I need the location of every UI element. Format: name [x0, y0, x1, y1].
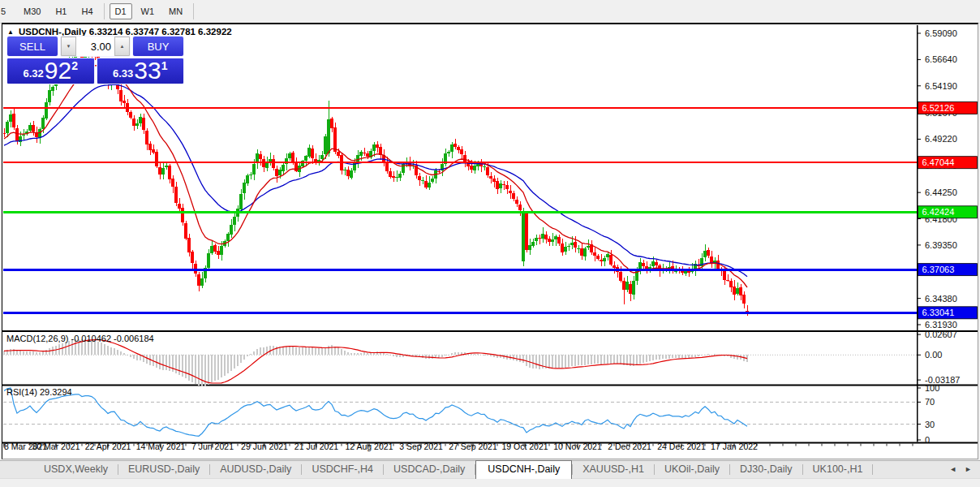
macd-bar — [704, 355, 707, 356]
candle-body — [518, 205, 522, 210]
candle-wick — [397, 170, 398, 182]
candle-body — [398, 174, 402, 177]
date-minor-tick — [653, 444, 654, 446]
level-line-6.33041[interactable] — [3, 312, 917, 314]
chart-tab-usdcad-daily[interactable]: USDCAD-,Daily — [384, 461, 475, 478]
chart-tab-usdchf-h4[interactable]: USDCHF-,H4 — [302, 461, 383, 478]
timeframe-button-h4[interactable]: H4 — [75, 3, 98, 19]
date-minor-tick — [861, 444, 862, 446]
macd-bar — [302, 347, 304, 355]
macd-bar — [208, 355, 210, 384]
chart-tab-usdx-weekly[interactable]: USDX,Weekly — [34, 461, 118, 478]
timeframe-button-mn[interactable]: MN — [163, 3, 188, 19]
panel-separator-1 — [2, 385, 978, 386]
macd-bar — [146, 355, 148, 363]
sell-price-display[interactable]: 6.32 92 2 — [6, 58, 95, 84]
date-minor-tick — [549, 444, 550, 446]
price-badge-label: 6.42424 — [922, 207, 955, 217]
tab-scroll-right-icon[interactable]: ► — [965, 465, 972, 473]
candle-body — [541, 234, 544, 239]
candle-body — [587, 246, 590, 248]
macd-bar — [26, 351, 28, 355]
candle-body — [638, 262, 642, 269]
timeframe-button-d1[interactable]: D1 — [110, 3, 132, 19]
macd-bar — [234, 355, 236, 368]
candle-body — [421, 180, 424, 181]
candle-body — [226, 234, 230, 241]
timeframe-button-h1[interactable]: H1 — [49, 3, 72, 19]
candle-body — [548, 239, 551, 242]
candle-body — [343, 170, 346, 170]
macd-bar — [341, 349, 343, 355]
macd-bar — [445, 355, 447, 356]
candle-body — [207, 253, 210, 268]
candle-body — [243, 183, 246, 193]
macd-bar — [584, 355, 587, 364]
candle-body — [45, 102, 48, 119]
volume-input[interactable]: 3.00 — [76, 37, 114, 56]
candle-body — [155, 152, 158, 166]
macd-tick — [917, 380, 921, 381]
macd-bar — [101, 343, 103, 355]
date-label: 30 Mar 2021 — [32, 442, 80, 451]
macd-bar — [159, 355, 161, 369]
macd-bar — [243, 355, 246, 360]
sell-button[interactable]: SELL — [6, 36, 58, 57]
chart-tab-eurusd-daily[interactable]: EURUSD-,Daily — [118, 461, 209, 478]
macd-bar — [195, 355, 197, 384]
candle-wick — [364, 148, 365, 156]
volume-increase-icon[interactable]: ▲ — [114, 37, 130, 56]
rsi-tick — [917, 440, 921, 441]
macd-bar — [386, 354, 389, 355]
toolbar-separator — [104, 3, 105, 19]
buy-button[interactable]: BUY — [132, 36, 184, 57]
collapse-panel-icon[interactable]: ▲ — [7, 28, 14, 36]
macd-bar — [337, 347, 340, 355]
candle-body — [230, 225, 233, 235]
date-minor-tick — [290, 444, 290, 446]
level-line-6.52126[interactable] — [3, 107, 917, 109]
macd-bar — [539, 355, 541, 368]
candle-body — [346, 170, 350, 177]
candle-body — [132, 119, 135, 126]
price-tick-label: 6.59090 — [925, 28, 957, 38]
status-bar — [0, 478, 980, 487]
volume-decrease-icon[interactable]: ▼ — [61, 37, 76, 56]
candle-body — [622, 281, 625, 290]
macd-bar — [668, 355, 671, 358]
buy-price-display[interactable]: 6.33 33 1 — [97, 58, 185, 84]
macd-bar — [484, 355, 486, 356]
candle-body — [619, 272, 622, 281]
macd-bar — [636, 355, 638, 364]
timeframe-button-m30[interactable]: M30 — [18, 3, 46, 19]
chart-tab-usdcnh-daily[interactable]: USDCNH-,Daily — [475, 460, 572, 479]
macd-bar — [292, 347, 294, 356]
date-label: 19 Oct 2021 — [501, 442, 548, 451]
rsi-tick — [917, 388, 921, 389]
price-tick-label: 6.56640 — [925, 54, 957, 64]
candle-body — [450, 144, 453, 153]
macd-bar — [130, 355, 132, 357]
chart-tab-xauusd-h1[interactable]: XAUUSD-,H1 — [573, 461, 654, 478]
macd-bar — [487, 355, 489, 356]
macd-tick — [917, 334, 921, 335]
candle-body — [606, 254, 609, 257]
tab-separator — [872, 464, 873, 475]
timeframe-button-w1[interactable]: W1 — [135, 3, 161, 19]
candle-body — [152, 149, 155, 152]
level-line-6.42424[interactable] — [3, 211, 917, 213]
tab-scroll-left-icon[interactable]: ◄ — [949, 465, 956, 473]
chart-background — [2, 24, 978, 459]
level-line-6.47044[interactable] — [3, 162, 917, 163]
chart-tab-ukoil-daily[interactable]: UKOil-,Daily — [655, 461, 729, 478]
timeframe-button-5[interactable]: 5 — [0, 3, 15, 19]
chart-tab-audusd-daily[interactable]: AUDUSD-,Daily — [210, 461, 301, 478]
macd-bar — [678, 355, 681, 358]
candle-body — [509, 191, 512, 193]
chart-tab-dj30-daily[interactable]: DJ30-,Daily — [730, 461, 802, 478]
candle-body — [200, 278, 204, 286]
chart-canvas[interactable]: 6.590906.566406.541906.516706.492206.467… — [2, 24, 978, 459]
candle-body — [522, 213, 525, 261]
level-line-6.37063[interactable] — [3, 269, 917, 271]
chart-tab-uk100-h1[interactable]: UK100-,H1 — [803, 461, 873, 478]
